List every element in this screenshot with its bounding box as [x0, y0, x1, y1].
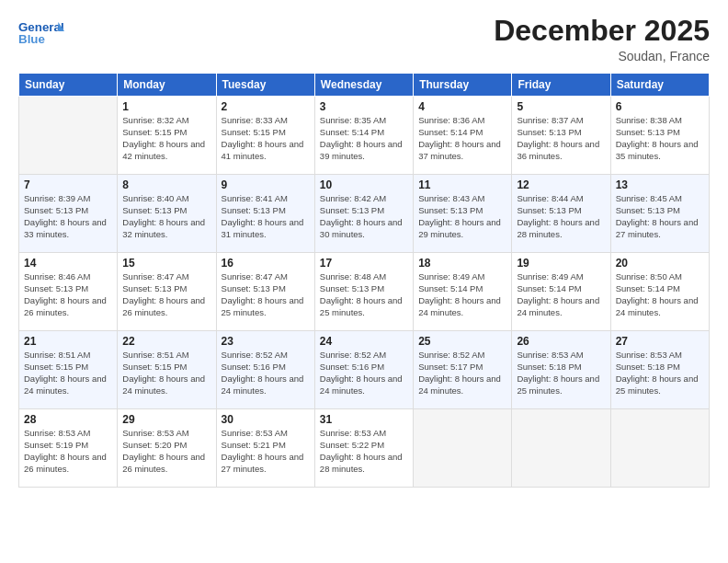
day-number: 12 [517, 178, 605, 191]
calendar-cell: 9Sunrise: 8:41 AMSunset: 5:13 PMDaylight… [216, 175, 314, 253]
col-tuesday: Tuesday [216, 74, 314, 97]
day-number: 22 [122, 335, 210, 348]
day-number: 21 [24, 335, 112, 348]
title-area: December 2025 Soudan, France [494, 15, 710, 63]
calendar-week-3: 21Sunrise: 8:51 AMSunset: 5:15 PMDayligh… [19, 331, 710, 409]
day-info: Sunrise: 8:47 AMSunset: 5:13 PMDaylight:… [222, 271, 310, 318]
calendar-cell [19, 97, 118, 175]
day-number: 14 [24, 257, 112, 270]
day-number: 11 [418, 178, 506, 191]
calendar-cell: 31Sunrise: 8:53 AMSunset: 5:22 PMDayligh… [314, 409, 413, 488]
day-number: 7 [24, 178, 112, 191]
day-info: Sunrise: 8:38 AMSunset: 5:13 PMDaylight:… [616, 115, 704, 162]
calendar-cell: 27Sunrise: 8:53 AMSunset: 5:18 PMDayligh… [610, 331, 709, 409]
day-info: Sunrise: 8:42 AMSunset: 5:13 PMDaylight:… [320, 193, 408, 240]
day-number: 27 [616, 335, 704, 348]
day-number: 1 [122, 100, 210, 113]
day-info: Sunrise: 8:50 AMSunset: 5:14 PMDaylight:… [616, 271, 704, 318]
day-info: Sunrise: 8:53 AMSunset: 5:21 PMDaylight:… [222, 428, 310, 475]
day-info: Sunrise: 8:35 AMSunset: 5:14 PMDaylight:… [320, 115, 408, 162]
calendar-cell: 15Sunrise: 8:47 AMSunset: 5:13 PMDayligh… [118, 253, 216, 331]
calendar-cell: 28Sunrise: 8:53 AMSunset: 5:19 PMDayligh… [19, 409, 118, 488]
calendar-week-2: 14Sunrise: 8:46 AMSunset: 5:13 PMDayligh… [19, 253, 710, 331]
calendar-cell: 20Sunrise: 8:50 AMSunset: 5:14 PMDayligh… [610, 253, 709, 331]
day-number: 13 [616, 178, 704, 191]
day-info: Sunrise: 8:47 AMSunset: 5:13 PMDaylight:… [122, 271, 210, 318]
day-number: 29 [122, 413, 210, 426]
day-info: Sunrise: 8:51 AMSunset: 5:15 PMDaylight:… [122, 350, 210, 396]
col-saturday: Saturday [610, 74, 709, 97]
header: General Blue December 2025 Soudan, Franc… [18, 15, 710, 63]
logo: General Blue [18, 15, 64, 52]
calendar-cell: 17Sunrise: 8:48 AMSunset: 5:13 PMDayligh… [314, 253, 413, 331]
day-number: 26 [517, 335, 605, 348]
calendar-cell: 6Sunrise: 8:38 AMSunset: 5:13 PMDaylight… [610, 97, 709, 175]
day-info: Sunrise: 8:52 AMSunset: 5:17 PMDaylight:… [418, 350, 506, 396]
day-number: 20 [616, 257, 704, 270]
calendar-cell: 4Sunrise: 8:36 AMSunset: 5:14 PMDaylight… [414, 97, 512, 175]
day-info: Sunrise: 8:53 AMSunset: 5:19 PMDaylight:… [24, 428, 112, 475]
calendar-cell: 13Sunrise: 8:45 AMSunset: 5:13 PMDayligh… [610, 175, 709, 253]
day-info: Sunrise: 8:33 AMSunset: 5:15 PMDaylight:… [222, 115, 310, 162]
day-number: 23 [222, 335, 310, 348]
calendar-cell: 16Sunrise: 8:47 AMSunset: 5:13 PMDayligh… [216, 253, 314, 331]
calendar-container: General Blue December 2025 Soudan, Franc… [0, 0, 728, 563]
day-number: 16 [222, 257, 310, 270]
day-info: Sunrise: 8:41 AMSunset: 5:13 PMDaylight:… [222, 193, 310, 240]
calendar-title: December 2025 [494, 15, 710, 47]
day-number: 8 [122, 178, 210, 191]
calendar-cell: 25Sunrise: 8:52 AMSunset: 5:17 PMDayligh… [414, 331, 512, 409]
day-number: 19 [517, 257, 605, 270]
day-number: 5 [517, 100, 605, 113]
day-number: 9 [222, 178, 310, 191]
day-number: 15 [122, 257, 210, 270]
day-info: Sunrise: 8:53 AMSunset: 5:22 PMDaylight:… [320, 428, 408, 475]
calendar-week-1: 7Sunrise: 8:39 AMSunset: 5:13 PMDaylight… [19, 175, 710, 253]
day-number: 25 [418, 335, 506, 348]
calendar-week-0: 1Sunrise: 8:32 AMSunset: 5:15 PMDaylight… [19, 97, 710, 175]
logo-icon: General Blue [18, 15, 64, 52]
col-monday: Monday [118, 74, 216, 97]
calendar-cell: 30Sunrise: 8:53 AMSunset: 5:21 PMDayligh… [216, 409, 314, 488]
col-wednesday: Wednesday [314, 74, 413, 97]
day-info: Sunrise: 8:44 AMSunset: 5:13 PMDaylight:… [517, 193, 605, 240]
day-number: 18 [418, 257, 506, 270]
calendar-cell: 19Sunrise: 8:49 AMSunset: 5:14 PMDayligh… [512, 253, 610, 331]
day-number: 28 [24, 413, 112, 426]
day-number: 30 [222, 413, 310, 426]
day-number: 3 [320, 100, 408, 113]
svg-text:Blue: Blue [18, 32, 45, 46]
col-thursday: Thursday [414, 74, 512, 97]
day-info: Sunrise: 8:53 AMSunset: 5:18 PMDaylight:… [517, 350, 605, 396]
day-info: Sunrise: 8:49 AMSunset: 5:14 PMDaylight:… [418, 271, 506, 318]
calendar-cell [414, 409, 512, 488]
col-friday: Friday [512, 74, 610, 97]
day-info: Sunrise: 8:39 AMSunset: 5:13 PMDaylight:… [24, 193, 112, 240]
day-info: Sunrise: 8:46 AMSunset: 5:13 PMDaylight:… [24, 271, 112, 318]
day-info: Sunrise: 8:32 AMSunset: 5:15 PMDaylight:… [122, 115, 210, 162]
calendar-cell [512, 409, 610, 488]
calendar-cell: 2Sunrise: 8:33 AMSunset: 5:15 PMDaylight… [216, 97, 314, 175]
day-info: Sunrise: 8:43 AMSunset: 5:13 PMDaylight:… [418, 193, 506, 240]
day-info: Sunrise: 8:45 AMSunset: 5:13 PMDaylight:… [616, 193, 704, 240]
calendar-table: Sunday Monday Tuesday Wednesday Thursday… [18, 73, 710, 488]
day-info: Sunrise: 8:40 AMSunset: 5:13 PMDaylight:… [122, 193, 210, 240]
calendar-cell: 11Sunrise: 8:43 AMSunset: 5:13 PMDayligh… [414, 175, 512, 253]
day-number: 6 [616, 100, 704, 113]
day-info: Sunrise: 8:36 AMSunset: 5:14 PMDaylight:… [418, 115, 506, 162]
calendar-cell: 18Sunrise: 8:49 AMSunset: 5:14 PMDayligh… [414, 253, 512, 331]
calendar-cell: 21Sunrise: 8:51 AMSunset: 5:15 PMDayligh… [19, 331, 118, 409]
day-number: 10 [320, 178, 408, 191]
calendar-cell: 5Sunrise: 8:37 AMSunset: 5:13 PMDaylight… [512, 97, 610, 175]
day-info: Sunrise: 8:53 AMSunset: 5:18 PMDaylight:… [616, 350, 704, 396]
calendar-cell: 7Sunrise: 8:39 AMSunset: 5:13 PMDaylight… [19, 175, 118, 253]
calendar-cell: 23Sunrise: 8:52 AMSunset: 5:16 PMDayligh… [216, 331, 314, 409]
day-number: 31 [320, 413, 408, 426]
calendar-cell: 8Sunrise: 8:40 AMSunset: 5:13 PMDaylight… [118, 175, 216, 253]
calendar-cell [610, 409, 709, 488]
header-row: Sunday Monday Tuesday Wednesday Thursday… [19, 74, 710, 97]
calendar-cell: 22Sunrise: 8:51 AMSunset: 5:15 PMDayligh… [118, 331, 216, 409]
calendar-cell: 14Sunrise: 8:46 AMSunset: 5:13 PMDayligh… [19, 253, 118, 331]
calendar-cell: 1Sunrise: 8:32 AMSunset: 5:15 PMDaylight… [118, 97, 216, 175]
day-info: Sunrise: 8:49 AMSunset: 5:14 PMDaylight:… [517, 271, 605, 318]
